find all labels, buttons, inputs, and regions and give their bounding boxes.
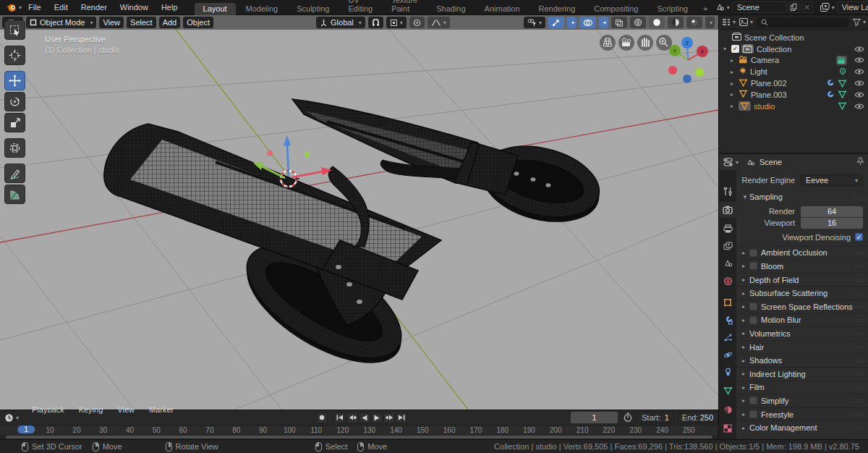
drag-handle-icon[interactable]: :::: — [855, 276, 864, 283]
outliner-filter-image-dropdown[interactable]: ▾ — [739, 18, 753, 26]
outliner-row-scene-collection[interactable]: Scene Collection — [719, 32, 868, 43]
section-checkbox[interactable] — [749, 316, 757, 324]
transform-tool-icon[interactable] — [4, 138, 25, 158]
axis-gizmo[interactable]: Z Y X — [668, 37, 708, 83]
tab-texture[interactable] — [719, 420, 736, 436]
axis-y-ball[interactable]: Y — [673, 48, 677, 54]
viewport-denoising-checkbox[interactable]: ✓ — [855, 233, 863, 241]
disclosure-right-icon[interactable]: ▸ — [731, 69, 739, 75]
section-subsurface-scattering[interactable]: ▸Subsurface Scattering:::: — [736, 286, 868, 300]
eye-visibility-icon[interactable] — [854, 56, 864, 64]
disclosure-right-icon[interactable]: ▸ — [731, 57, 739, 64]
modifier-icon[interactable] — [825, 90, 834, 99]
drag-handle-icon[interactable]: :::: — [855, 425, 864, 431]
section-checkbox[interactable] — [749, 249, 757, 257]
mode-dropdown[interactable]: Object Mode▾ — [26, 17, 96, 28]
section-sampling[interactable]: ▼ Sampling :::: — [736, 190, 868, 204]
zoom-view-button[interactable] — [656, 35, 672, 51]
proportional-falloff-dropdown[interactable]: ▾ — [427, 17, 450, 28]
workspace-tab-animation[interactable]: Animation — [476, 3, 529, 15]
orientation-dropdown[interactable]: Global▾ — [316, 17, 365, 28]
sampling-render-field[interactable]: 64 — [801, 206, 863, 217]
disclosure-right-icon[interactable]: ▸ — [742, 290, 749, 297]
eye-visibility-icon[interactable] — [854, 46, 864, 53]
topbar-menu-edit[interactable]: Edit — [48, 0, 75, 15]
viewport-menu-select[interactable]: Select — [127, 17, 156, 28]
disclosure-right-icon[interactable]: ▸ — [742, 384, 749, 391]
mesh-data-icon[interactable] — [838, 102, 847, 110]
topbar-menu-help[interactable]: Help — [155, 0, 184, 15]
workspace-tab-compositing[interactable]: Compositing — [585, 3, 647, 15]
xray-toggle-button[interactable] — [611, 17, 627, 28]
play-button[interactable] — [371, 412, 383, 423]
viewport-menu-add[interactable]: Add — [159, 17, 181, 28]
scene-icon[interactable]: ▾ — [715, 3, 730, 12]
disclosure-right-icon[interactable]: ▸ — [742, 330, 749, 336]
outliner-row-collection[interactable]: ▾✓Collection — [719, 43, 868, 55]
axis-x-ball[interactable]: X — [700, 48, 705, 55]
section-shadows[interactable]: ▸Shadows:::: — [736, 353, 868, 367]
section-simplify[interactable]: ▸Simplify:::: — [736, 394, 868, 407]
play-reverse-button[interactable] — [359, 412, 370, 423]
camera-data-icon[interactable] — [836, 56, 847, 65]
drag-handle-icon[interactable]: :::: — [855, 344, 864, 350]
outliner-row-light[interactable]: ▸Light — [719, 66, 868, 77]
section-ambient-occlusion[interactable]: ▸Ambient Occlusion:::: — [736, 246, 868, 260]
disclosure-right-icon[interactable]: ▸ — [742, 397, 749, 404]
section-volumetrics[interactable]: ▸Volumetrics:::: — [736, 326, 868, 340]
section-freestyle[interactable]: ▸Freestyle:::: — [736, 407, 868, 421]
collection-checkbox[interactable]: ✓ — [731, 45, 739, 53]
workspace-tab-uv-editing[interactable]: UV Editing — [339, 0, 381, 15]
tab-material[interactable] — [719, 402, 736, 418]
prev-keyframe-button[interactable] — [346, 412, 358, 423]
section-indirect-lighting[interactable]: ▸Indirect Lighting:::: — [736, 367, 868, 381]
section-bloom[interactable]: ▸Bloom:::: — [736, 259, 868, 273]
viewport-menu-object[interactable]: Object — [183, 17, 213, 28]
annotate-tool-icon[interactable] — [4, 164, 25, 183]
workspace-tab-shading[interactable]: Shading — [427, 3, 474, 15]
scene-delete-button[interactable]: ✕ — [801, 1, 813, 13]
drag-handle-icon[interactable]: :::: — [855, 330, 864, 336]
perspective-toggle-button[interactable] — [600, 35, 616, 51]
tab-constraints[interactable] — [719, 364, 736, 380]
disclosure-right-icon[interactable]: ▸ — [742, 250, 749, 256]
drag-handle-icon[interactable]: :::: — [855, 371, 864, 377]
timeline-ruler[interactable]: 1020304050607080901001101201301401501601… — [0, 425, 718, 435]
view-layer-icon[interactable]: ▾ — [820, 3, 835, 12]
eye-visibility-icon[interactable] — [854, 103, 864, 110]
mesh-data-icon[interactable] — [838, 90, 847, 98]
select-box-tool-icon[interactable] — [4, 20, 25, 40]
light-data-icon[interactable] — [838, 67, 847, 76]
section-checkbox[interactable] — [749, 262, 757, 270]
cursor-tool-icon[interactable] — [4, 46, 25, 65]
modifier-icon[interactable] — [825, 79, 834, 88]
current-frame-field[interactable]: 1 — [571, 412, 618, 423]
frame-end-field[interactable]: End:250 — [677, 412, 718, 423]
drag-handle-icon[interactable]: :::: — [855, 263, 864, 269]
overlays-dropdown[interactable]: ▾ — [599, 17, 608, 28]
tab-scene[interactable] — [719, 255, 736, 271]
measure-tool-icon[interactable] — [4, 185, 25, 204]
workspace-tab-layout[interactable]: Layout — [195, 3, 236, 15]
rotate-tool-icon[interactable] — [4, 92, 25, 111]
jump-to-end-button[interactable] — [396, 412, 407, 423]
timeline-editor-type-button[interactable]: ▾ — [4, 413, 19, 423]
workspace-tab-modeling[interactable]: Modeling — [237, 3, 287, 15]
scene-copy-button[interactable] — [788, 1, 800, 13]
topbar-menu-file[interactable]: File — [22, 0, 48, 15]
tab-world[interactable] — [719, 273, 736, 289]
pan-view-button[interactable] — [637, 35, 653, 51]
shading-solid-button[interactable] — [649, 17, 665, 28]
jump-to-start-button[interactable] — [334, 412, 346, 423]
viewport-menu-view[interactable]: View — [99, 17, 124, 28]
workspace-tab-scripting[interactable]: Scripting — [648, 3, 697, 15]
render-engine-dropdown[interactable]: Eevee ▾ — [801, 174, 863, 186]
section-hair[interactable]: ▸Hair:::: — [736, 340, 868, 354]
workspace-tab-sculpting[interactable]: Sculpting — [288, 3, 338, 15]
eye-visibility-icon[interactable] — [854, 68, 864, 75]
proportional-edit-button[interactable] — [409, 17, 425, 28]
frame-start-field[interactable]: Start:1 — [637, 412, 674, 423]
disclosure-right-icon[interactable]: ▸ — [742, 317, 749, 323]
scale-tool-icon[interactable] — [4, 113, 25, 132]
eye-visibility-icon[interactable] — [854, 91, 864, 98]
